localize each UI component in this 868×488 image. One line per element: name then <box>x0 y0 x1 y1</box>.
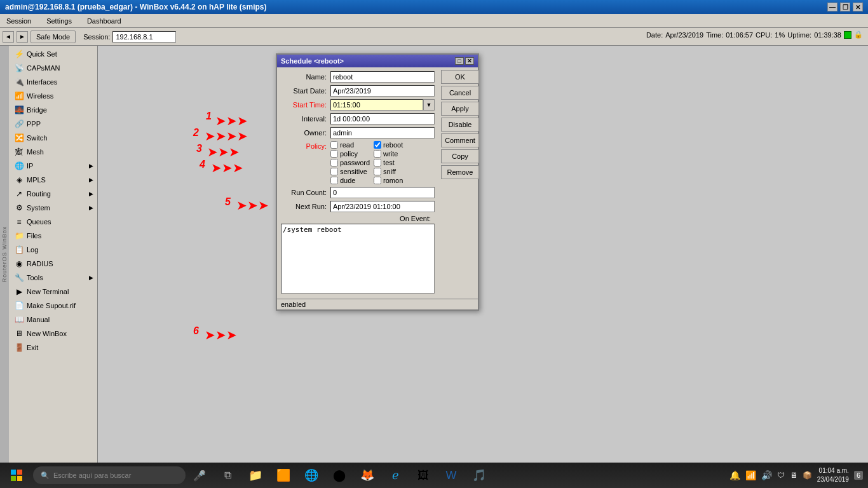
window-controls: — ❐ ✕ <box>827 3 863 11</box>
name-label: Name: <box>281 73 327 81</box>
taskbar-view-button[interactable]: ⧉ <box>216 465 239 485</box>
back-button[interactable]: ◄ <box>3 31 14 43</box>
firefox-icon: 🦊 <box>360 468 374 482</box>
on-event-label: On Event: <box>281 215 435 222</box>
sidebar-item-bridge[interactable]: 🌉 Bridge <box>9 103 97 117</box>
policy-sniff-checkbox[interactable] <box>374 168 381 175</box>
interval-input[interactable] <box>330 113 435 125</box>
sidebar-item-mpls[interactable]: ◈ MPLS <box>9 173 97 187</box>
dialog-maximize-button[interactable]: □ <box>455 57 464 65</box>
sidebar-item-mesh[interactable]: 🕸 Mesh <box>9 145 97 159</box>
ok-button[interactable]: OK <box>441 70 479 84</box>
policy-password-checkbox[interactable] <box>330 159 338 166</box>
sidebar-label-system: System <box>27 204 50 212</box>
policy-col-right: reboot write test <box>374 141 403 184</box>
chrome-icon: ⬤ <box>333 468 346 482</box>
sidebar-item-interfaces[interactable]: 🔌 Interfaces <box>9 75 97 89</box>
taskbar-clock[interactable]: 01:04 a.m. 23/04/2019 <box>817 466 849 484</box>
cpu-indicator-icon <box>844 31 851 39</box>
sidebar-item-log[interactable]: 📋 Log <box>9 243 97 257</box>
policy-sniff-label: sniff <box>383 168 396 175</box>
volume-icon[interactable]: 🔊 <box>761 470 772 480</box>
comment-button[interactable]: Comment <box>441 133 479 147</box>
menu-settings[interactable]: Settings <box>43 16 76 26</box>
svg-rect-2 <box>11 476 16 481</box>
start-time-input[interactable] <box>330 99 423 111</box>
dialog-form: Name: Start Date: Start Time: ▼ <box>277 67 438 299</box>
copy-button[interactable]: Copy <box>441 149 479 163</box>
sidebar-item-routing[interactable]: ↗ Routing <box>9 187 97 201</box>
action-center-indicator[interactable]: 6 <box>854 471 863 480</box>
sidebar-item-files[interactable]: 📁 Files <box>9 229 97 243</box>
run-count-input[interactable] <box>330 187 435 198</box>
taskbar-chrome[interactable]: ⬤ <box>328 465 351 485</box>
sidebar-label-ip: IP <box>27 162 33 170</box>
policy-dude-checkbox[interactable] <box>330 177 338 184</box>
sidebar-item-ip[interactable]: 🌐 IP <box>9 159 97 173</box>
policy-read-checkbox[interactable] <box>330 141 338 149</box>
taskbar-photos[interactable]: 🖼 <box>412 465 435 485</box>
remove-button[interactable]: Remove <box>441 165 479 179</box>
sidebar-item-ppp[interactable]: 🔗 PPP <box>9 117 97 131</box>
sidebar-item-new-terminal[interactable]: ▶ New Terminal <box>9 285 97 299</box>
close-button[interactable]: ✕ <box>853 3 863 11</box>
taskbar-edge[interactable]: 🌐 <box>300 465 323 485</box>
taskbar-file-explorer[interactable]: 📁 <box>244 465 267 485</box>
disable-button[interactable]: Disable <box>441 118 479 132</box>
taskbar-ie[interactable]: ℯ <box>384 465 407 485</box>
policy-label: Policy: <box>281 142 327 150</box>
sidebar-item-system[interactable]: ⚙ System <box>9 201 97 215</box>
sidebar-label-interfaces: Interfaces <box>27 78 57 86</box>
sidebar-item-quick-set[interactable]: ⚡ Quick Set <box>9 47 97 61</box>
policy-policy-checkbox[interactable] <box>330 150 338 158</box>
taskbar-mic-button[interactable]: 🎤 <box>188 465 211 485</box>
bridge-icon: 🌉 <box>14 105 24 115</box>
menu-session[interactable]: Session <box>3 16 35 26</box>
start-date-input[interactable] <box>330 85 435 97</box>
dialog-close-button[interactable]: ✕ <box>465 57 474 65</box>
sidebar-item-wireless[interactable]: 📶 Wireless <box>9 89 97 103</box>
start-button[interactable] <box>5 465 28 485</box>
sidebar-item-new-winbox[interactable]: 🖥 New WinBox <box>9 327 97 341</box>
taskbar-firefox[interactable]: 🦊 <box>356 465 379 485</box>
sidebar-item-radius[interactable]: ◉ RADIUS <box>9 257 97 271</box>
policy-dude-row: dude <box>330 177 370 184</box>
script-textarea[interactable]: /system reboot <box>281 224 435 294</box>
sidebar-item-switch[interactable]: 🔀 Switch <box>9 131 97 145</box>
safe-mode-button[interactable]: Safe Mode <box>31 30 76 43</box>
policy-romon-checkbox[interactable] <box>374 177 381 184</box>
sidebar-item-tools[interactable]: 🔧 Tools <box>9 271 97 285</box>
apply-button[interactable]: Apply <box>441 102 479 116</box>
sidebar-item-manual[interactable]: 📖 Manual <box>9 313 97 327</box>
cpu-label: CPU: <box>756 31 772 39</box>
policy-test-checkbox[interactable] <box>374 159 381 166</box>
cancel-button[interactable]: Cancel <box>441 86 479 100</box>
policy-sensitive-checkbox[interactable] <box>330 168 338 175</box>
session-input[interactable] <box>112 31 176 43</box>
menu-dashboard[interactable]: Dashboard <box>83 16 125 26</box>
dialog-buttons: OK Cancel Apply Disable Comment Copy Rem… <box>438 67 482 299</box>
taskbar-word[interactable]: W <box>440 465 463 485</box>
forward-button[interactable]: ► <box>17 31 28 43</box>
sidebar-label-ppp: PPP <box>27 120 41 128</box>
sidebar-item-exit[interactable]: 🚪 Exit <box>9 341 97 355</box>
owner-input[interactable] <box>330 127 435 139</box>
name-input[interactable] <box>330 71 435 83</box>
start-time-dropdown-button[interactable]: ▼ <box>423 99 435 111</box>
policy-write-checkbox[interactable] <box>374 150 381 158</box>
sidebar-item-capsman[interactable]: 📡 CAPsMAN <box>9 61 97 75</box>
minimize-button[interactable]: — <box>827 3 837 11</box>
policy-row: Policy: read policy <box>281 141 435 184</box>
policy-reboot-checkbox[interactable] <box>374 141 381 149</box>
next-run-input[interactable] <box>330 201 435 212</box>
arrow-4: ➤➤➤ <box>211 160 243 175</box>
taskbar-app-extra[interactable]: 🎵 <box>468 465 491 485</box>
maximize-button[interactable]: ❐ <box>840 3 850 11</box>
sidebar-item-make-supout[interactable]: 📄 Make Supout.rif <box>9 299 97 313</box>
window-title: admin@192.168.8.1 (prueba_edgar) - WinBo… <box>5 3 267 11</box>
notifications-icon[interactable]: 🔔 <box>729 470 740 480</box>
taskbar-sublime[interactable]: 🟧 <box>272 465 295 485</box>
sidebar-item-queues[interactable]: ≡ Queues <box>9 215 97 229</box>
network-icon[interactable]: 📶 <box>745 470 756 480</box>
content-area: 1 ➤➤➤ 2 ➤➤➤➤ 3 ➤➤➤ 4 ➤➤➤ 5 ➤➤➤ 6 ➤➤➤ Sch… <box>98 46 868 488</box>
